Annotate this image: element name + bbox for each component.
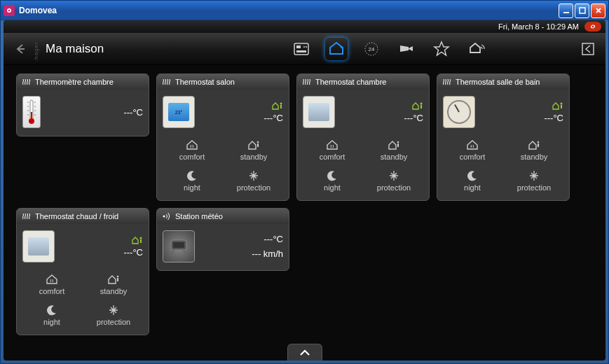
card-body: ---°C --- km/h (157, 224, 289, 270)
nav-icons: 24 (200, 38, 577, 60)
card-title: Thermostat salle de bain (456, 78, 540, 86)
svg-rect-18 (257, 144, 259, 147)
camera-icon[interactable] (395, 38, 418, 60)
svg-rect-24 (561, 105, 562, 108)
svg-rect-28 (140, 239, 142, 243)
app-icon (4, 5, 15, 16)
minimize-button[interactable] (559, 4, 573, 18)
mode-buttons: comfort standby night protection (303, 136, 423, 195)
away-icon[interactable] (465, 38, 488, 60)
window-controls (559, 4, 605, 18)
card-title: Station météo (175, 212, 223, 220)
temperature-value: ---°C (264, 113, 283, 123)
mode-buttons: comfort standby night protection (163, 136, 283, 195)
heat-icon (442, 77, 451, 87)
maximize-button[interactable] (575, 4, 589, 18)
card-header: Station météo (157, 209, 289, 224)
thermostat-image (303, 96, 335, 128)
temperature-value: ---°C (544, 113, 563, 123)
mode-standby[interactable]: standby (224, 136, 283, 164)
titlebar: Domovea (1, 1, 608, 20)
device-grid: Thermomètre chambre ---°C Thermostat sal… (4, 65, 605, 344)
card-thermostat-sdb[interactable]: Thermostat salle de bain ---°C comfort (437, 74, 570, 201)
schedule-icon[interactable]: 24 (360, 38, 383, 60)
card-thermometer[interactable]: Thermomètre chambre ---°C (16, 74, 149, 136)
svg-rect-2 (563, 12, 569, 13)
mode-night[interactable]: night (22, 301, 81, 329)
mode-protection[interactable]: protection (505, 167, 563, 195)
svg-point-25 (538, 141, 540, 144)
window-title: Domovea (19, 6, 559, 15)
svg-text:24: 24 (368, 46, 374, 52)
mode-night[interactable]: night (163, 167, 221, 195)
svg-rect-11 (582, 43, 594, 55)
mode-standby[interactable]: standby (364, 136, 423, 164)
mode-protection[interactable]: protection (364, 167, 423, 195)
card-header: Thermomètre chambre (17, 74, 149, 90)
expand-panel-button[interactable] (287, 344, 322, 360)
svg-rect-20 (420, 105, 422, 108)
sync-button[interactable] (584, 22, 601, 31)
nav-bar: :hager Ma maison 24 (4, 33, 605, 65)
mode-comfort[interactable]: comfort (163, 136, 221, 164)
close-button[interactable] (591, 4, 605, 18)
svg-point-7 (306, 46, 307, 48)
mode-standby[interactable]: standby (505, 136, 563, 164)
card-title: Thermostat salon (175, 78, 235, 86)
card-body: ---°C comfort standby night protection (297, 90, 429, 200)
weather-station-image (163, 230, 195, 262)
favorites-icon[interactable] (430, 38, 453, 60)
svg-rect-4 (294, 43, 308, 55)
card-title: Thermostat chaud / froid (35, 212, 118, 220)
card-body: ---°C comfort standby night protection (437, 90, 569, 200)
mode-protection[interactable]: protection (224, 167, 283, 195)
svg-rect-5 (296, 46, 301, 48)
app-content: Fri, March 8 - 10:29 AM :hager Ma maison… (4, 20, 605, 360)
card-thermostat-chambre[interactable]: Thermostat chambre ---°C comfort (296, 74, 430, 201)
svg-rect-14 (31, 112, 32, 121)
heat-icon (301, 77, 311, 87)
mode-comfort[interactable]: comfort (22, 270, 81, 298)
svg-point-15 (280, 102, 282, 104)
mode-protection[interactable]: protection (84, 301, 143, 329)
dashboard-icon[interactable] (290, 38, 313, 60)
presence-icon (132, 236, 143, 244)
card-title: Thermostat chambre (315, 78, 386, 86)
temperature-value: ---°C (404, 113, 423, 123)
mode-standby[interactable]: standby (84, 270, 143, 298)
svg-point-21 (397, 141, 399, 144)
presence-icon (412, 102, 423, 110)
svg-rect-16 (280, 105, 282, 108)
svg-rect-22 (397, 144, 399, 147)
home-icon[interactable] (325, 38, 348, 60)
thermostat-dial-image (443, 96, 475, 128)
mode-night[interactable]: night (443, 167, 502, 195)
heat-icon (21, 211, 31, 221)
brand-label: :hager (33, 36, 39, 62)
svg-point-19 (420, 102, 423, 104)
card-thermostat-salon[interactable]: Thermostat salon 23° ---°C comfort (156, 74, 289, 201)
temperature-value: ---°C (123, 247, 143, 258)
back-button[interactable] (11, 39, 30, 59)
card-station-meteo[interactable]: Station météo ---°C --- km/h (156, 208, 289, 271)
wind-value: --- km/h (252, 248, 283, 259)
mode-buttons: comfort standby night protection (22, 270, 143, 329)
card-body: ---°C (17, 90, 149, 136)
card-header: Thermostat chaud / froid (17, 209, 149, 224)
temperature-value: ---°C (46, 107, 143, 118)
thermostat-image: 23° (163, 96, 195, 128)
mode-night[interactable]: night (303, 167, 362, 195)
collapse-icon[interactable] (577, 38, 598, 59)
thermometer-image (22, 96, 41, 128)
heat-icon (161, 77, 171, 87)
mode-comfort[interactable]: comfort (443, 136, 502, 164)
thermostat-image (22, 230, 55, 262)
card-header: Thermostat chambre (297, 74, 429, 90)
card-thermostat-chaudfroid[interactable]: Thermostat chaud / froid ---°C comfort (16, 208, 149, 335)
mode-buttons: comfort standby night protection (443, 136, 563, 195)
mode-comfort[interactable]: comfort (303, 136, 362, 164)
svg-rect-3 (580, 8, 585, 13)
svg-rect-26 (538, 144, 539, 147)
status-bar: Fri, March 8 - 10:29 AM (4, 20, 605, 33)
svg-point-27 (140, 237, 142, 239)
